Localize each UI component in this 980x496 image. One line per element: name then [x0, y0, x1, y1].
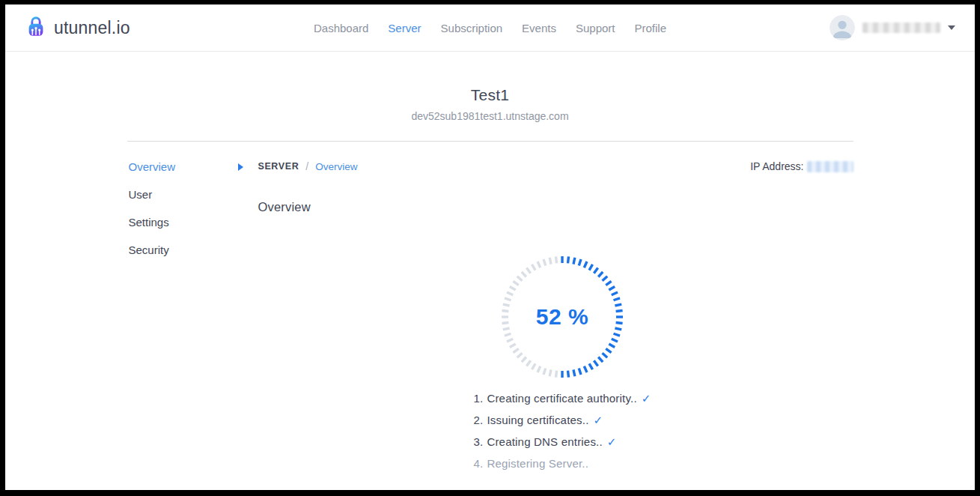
- breadcrumb-separator: /: [305, 160, 308, 172]
- step-number: 4.: [473, 457, 483, 470]
- nav-support[interactable]: Support: [576, 22, 615, 34]
- step-number: 2.: [473, 414, 483, 426]
- ip-address-label: IP Address:: [750, 160, 803, 172]
- nav-server[interactable]: Server: [388, 22, 421, 34]
- check-icon: ✓: [642, 392, 651, 405]
- sidebar-overview-label: Overview: [129, 160, 176, 173]
- sidebar-item-settings[interactable]: Settings: [129, 216, 243, 229]
- check-icon: ✓: [607, 435, 617, 448]
- provisioning-steps: 1.Creating certificate authority..✓ 2.Is…: [473, 392, 651, 470]
- nav-dashboard[interactable]: Dashboard: [314, 22, 368, 34]
- step-label: Creating certificate authority..: [487, 392, 636, 405]
- main-panel: SERVER / Overview IP Address: Overview 5…: [258, 160, 853, 478]
- avatar: [830, 15, 855, 40]
- main-nav: Dashboard Server Subscription Events Sup…: [314, 4, 666, 51]
- nav-subscription[interactable]: Subscription: [441, 22, 503, 34]
- content-area: Overview User Settings Security SERVER: [127, 141, 853, 478]
- top-bar: utunnel.io Dashboard Server Subscription…: [5, 4, 975, 52]
- server-domain: dev52sub1981test1.utnstage.com: [5, 110, 975, 122]
- ip-address-redacted: [807, 161, 853, 172]
- step-number: 1.: [473, 392, 483, 405]
- server-sidebar: Overview User Settings Security: [127, 160, 258, 478]
- step-label: Issuing certificates..: [487, 414, 588, 426]
- server-name: Test1: [5, 86, 975, 104]
- provisioning-progress: 52 % 1.Creating certificate authority..✓…: [265, 253, 860, 470]
- sidebar-item-security[interactable]: Security: [129, 244, 243, 256]
- step-creating-dns: 3.Creating DNS entries..✓: [473, 435, 651, 449]
- sidebar-item-user[interactable]: User: [129, 188, 243, 201]
- step-label: Creating DNS entries..: [487, 435, 602, 448]
- section-heading: Overview: [258, 200, 853, 214]
- ip-address: IP Address:: [750, 160, 853, 172]
- progress-percent: 52 %: [499, 253, 626, 381]
- active-arrow-icon: [238, 163, 243, 171]
- breadcrumb-overview[interactable]: Overview: [315, 161, 357, 172]
- step-number: 3.: [473, 435, 483, 448]
- sidebar-item-overview[interactable]: Overview: [129, 160, 243, 173]
- step-creating-ca: 1.Creating certificate authority..✓: [473, 392, 651, 405]
- sidebar-settings-label: Settings: [129, 216, 169, 229]
- nav-events[interactable]: Events: [522, 22, 556, 34]
- breadcrumb-server[interactable]: SERVER: [258, 161, 299, 172]
- step-label: Registering Server..: [487, 457, 588, 470]
- breadcrumb: SERVER / Overview: [258, 160, 358, 172]
- user-menu[interactable]: [830, 15, 955, 40]
- step-issuing-certs: 2.Issuing certificates..✓: [473, 414, 651, 427]
- nav-profile[interactable]: Profile: [635, 22, 667, 34]
- check-icon: ✓: [594, 414, 603, 426]
- server-head: Test1 dev52sub1981test1.utnstage.com: [5, 52, 975, 122]
- chevron-down-icon: [948, 25, 955, 30]
- sidebar-security-label: Security: [129, 244, 169, 256]
- user-name-redacted: [862, 22, 940, 33]
- padlock-logo-icon: [25, 15, 47, 40]
- progress-ring-box: 52 %: [499, 253, 626, 381]
- brand-name: utunnel.io: [54, 18, 130, 38]
- brand-logo[interactable]: utunnel.io: [25, 15, 130, 40]
- step-registering-server: 4.Registering Server..: [473, 457, 651, 470]
- sidebar-user-label: User: [129, 188, 153, 201]
- app-window: utunnel.io Dashboard Server Subscription…: [5, 4, 975, 490]
